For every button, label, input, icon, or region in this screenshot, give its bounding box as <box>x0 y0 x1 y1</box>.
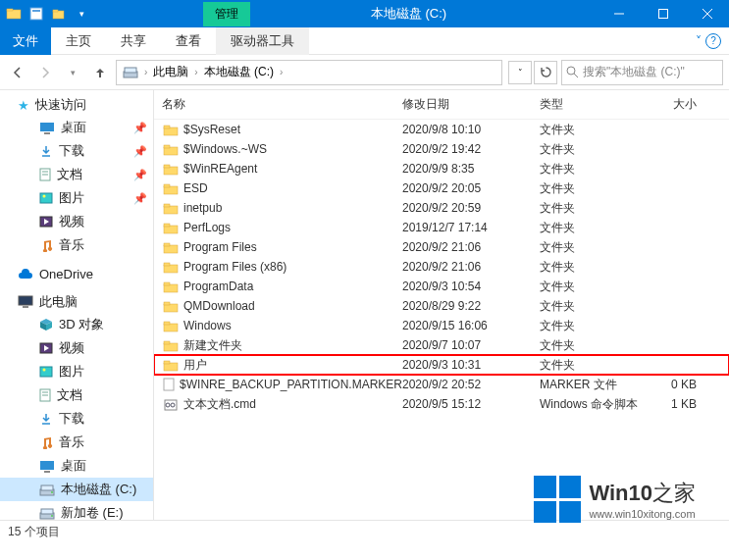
sidebar-item-文档[interactable]: 文档 <box>0 383 153 407</box>
close-button[interactable] <box>685 0 729 27</box>
svg-rect-57 <box>164 302 170 305</box>
properties-icon[interactable] <box>26 4 46 24</box>
sidebar-item-图片[interactable]: 图片 <box>0 360 153 383</box>
column-type[interactable]: 类型 <box>540 96 648 113</box>
column-date[interactable]: 修改日期 <box>402 96 540 113</box>
sidebar-item-图片[interactable]: 图片📌 <box>0 186 153 210</box>
forward-button[interactable] <box>33 61 57 84</box>
file-type: 文件夹 <box>540 298 648 315</box>
svg-rect-7 <box>658 10 667 19</box>
crumb-pc[interactable]: 此电脑 <box>149 62 192 82</box>
svg-rect-63 <box>164 361 170 364</box>
table-row[interactable]: 新建文件夹2020/9/7 10:07文件夹 <box>154 335 729 355</box>
svg-rect-1 <box>7 9 13 11</box>
help-icon[interactable]: ? <box>705 33 721 49</box>
maximize-button[interactable] <box>641 0 685 27</box>
tab-share[interactable]: 共享 <box>106 27 161 55</box>
svg-rect-64 <box>164 379 174 390</box>
svg-point-34 <box>51 491 53 493</box>
table-row[interactable]: Program Files (x86)2020/9/2 21:06文件夹 <box>154 257 729 277</box>
tab-home[interactable]: 主页 <box>51 27 106 55</box>
table-row[interactable]: 文本文档.cmd2020/9/5 15:12Windows 命令脚本1 KB <box>154 394 729 414</box>
file-date: 2020/9/15 16:06 <box>402 319 540 332</box>
table-row[interactable]: Program Files2020/9/2 21:06文件夹 <box>154 237 729 257</box>
ribbon-expand-icon[interactable]: ˅ <box>696 34 702 48</box>
sidebar-onedrive[interactable]: OneDrive <box>0 265 153 283</box>
windows-logo-icon <box>534 476 581 523</box>
sidebar-item-新加卷 (E:)[interactable]: 新加卷 (E:) <box>0 501 153 520</box>
sidebar-pc[interactable]: 此电脑 <box>0 291 153 313</box>
qat-dropdown-icon[interactable]: ▾ <box>72 4 91 24</box>
file-name: ProgramData <box>183 280 253 293</box>
sidebar-item-本地磁盘 (C:)[interactable]: 本地磁盘 (C:) <box>0 478 153 501</box>
minimize-button[interactable] <box>597 0 641 27</box>
file-type: 文件夹 <box>540 239 648 256</box>
column-size[interactable]: 大小 <box>648 96 697 113</box>
svg-rect-49 <box>164 224 170 227</box>
sidebar-item-桌面[interactable]: 桌面 <box>0 454 153 478</box>
up-button[interactable] <box>88 61 112 84</box>
sidebar-item-文档[interactable]: 文档📌 <box>0 163 153 186</box>
svg-rect-2 <box>30 8 42 20</box>
sidebar-quick-access[interactable]: ★ 快速访问 <box>0 94 153 116</box>
file-name: 新建文件夹 <box>183 337 242 354</box>
sidebar-pc-label: 此电脑 <box>39 293 78 311</box>
svg-line-13 <box>574 74 578 77</box>
table-row[interactable]: inetpub2020/9/2 20:59文件夹 <box>154 198 729 218</box>
table-row[interactable]: PerfLogs2019/12/7 17:14文件夹 <box>154 218 729 237</box>
table-row[interactable]: QMDownload2020/8/29 9:22文件夹 <box>154 296 729 316</box>
table-row[interactable]: Windows2020/9/15 16:06文件夹 <box>154 316 729 335</box>
sidebar-item-label: 桌面 <box>61 119 86 136</box>
sidebar-item-桌面[interactable]: 桌面📌 <box>0 116 153 139</box>
file-date: 2020/9/2 21:06 <box>402 260 540 274</box>
sidebar-item-下载[interactable]: 下载📌 <box>0 139 153 163</box>
file-date: 2020/9/2 20:59 <box>402 201 540 215</box>
file-tab[interactable]: 文件 <box>0 27 51 55</box>
table-row[interactable]: $SysReset2020/9/8 10:10文件夹 <box>154 120 729 139</box>
folder-icon <box>162 161 180 177</box>
new-folder-icon[interactable] <box>49 4 69 24</box>
svg-point-20 <box>43 195 46 198</box>
svg-rect-31 <box>44 471 50 473</box>
pin-icon: 📌 <box>133 169 147 181</box>
crumb-drive[interactable]: 本地磁盘 (C:) <box>200 62 278 82</box>
table-row[interactable]: ESD2020/9/2 20:05文件夹 <box>154 178 729 198</box>
column-name[interactable]: 名称 <box>162 96 402 113</box>
file-type: 文件夹 <box>540 161 648 178</box>
table-row[interactable]: $WinREAgent2020/9/9 8:35文件夹 <box>154 159 729 178</box>
crumb-sep-icon[interactable]: › <box>142 67 149 77</box>
folder-icon <box>162 357 180 373</box>
refresh-button[interactable] <box>534 61 557 84</box>
address-bar[interactable]: › 此电脑 › 本地磁盘 (C:) › <box>116 60 502 85</box>
svg-rect-25 <box>40 367 52 377</box>
table-row[interactable]: $WINRE_BACKUP_PARTITION.MARKER2020/9/2 2… <box>154 375 729 394</box>
file-date: 2020/9/9 8:35 <box>402 162 540 176</box>
sidebar-item-视频[interactable]: 视频 <box>0 336 153 360</box>
file-type: 文件夹 <box>540 279 648 295</box>
tab-view[interactable]: 查看 <box>161 27 216 55</box>
search-box[interactable]: 搜索"本地磁盘 (C:)" <box>561 60 723 85</box>
sidebar[interactable]: ★ 快速访问 桌面📌下载📌文档📌图片📌视频音乐 OneDrive 此电脑 3D … <box>0 90 154 520</box>
file-date: 2020/9/5 15:12 <box>402 397 540 411</box>
sidebar-item-音乐[interactable]: 音乐 <box>0 233 153 257</box>
sidebar-item-音乐[interactable]: 音乐 <box>0 431 153 454</box>
table-row[interactable]: ProgramData2020/9/3 10:54文件夹 <box>154 277 729 296</box>
crumb-sep-icon[interactable]: › <box>278 67 285 77</box>
sidebar-item-3D 对象[interactable]: 3D 对象 <box>0 313 153 336</box>
back-button[interactable] <box>6 61 29 84</box>
folder-icon <box>39 122 55 134</box>
file-type: 文件夹 <box>540 337 648 354</box>
file-date: 2020/9/2 19:42 <box>402 142 540 156</box>
tab-drive-tools[interactable]: 驱动器工具 <box>216 27 309 55</box>
address-dropdown-icon[interactable]: ˅ <box>508 61 532 84</box>
sidebar-item-视频[interactable]: 视频 <box>0 210 153 233</box>
file-size: 0 KB <box>648 378 697 391</box>
table-row[interactable]: 用户2020/9/3 10:31文件夹 <box>154 355 729 375</box>
sidebar-item-下载[interactable]: 下载 <box>0 407 153 431</box>
file-icon <box>162 377 176 392</box>
search-placeholder: 搜索"本地磁盘 (C:)" <box>583 64 685 80</box>
history-dropdown-icon[interactable]: ▾ <box>61 61 84 84</box>
file-date: 2020/9/7 10:07 <box>402 338 540 352</box>
table-row[interactable]: $Windows.~WS2020/9/2 19:42文件夹 <box>154 139 729 159</box>
crumb-sep-icon[interactable]: › <box>192 67 199 77</box>
